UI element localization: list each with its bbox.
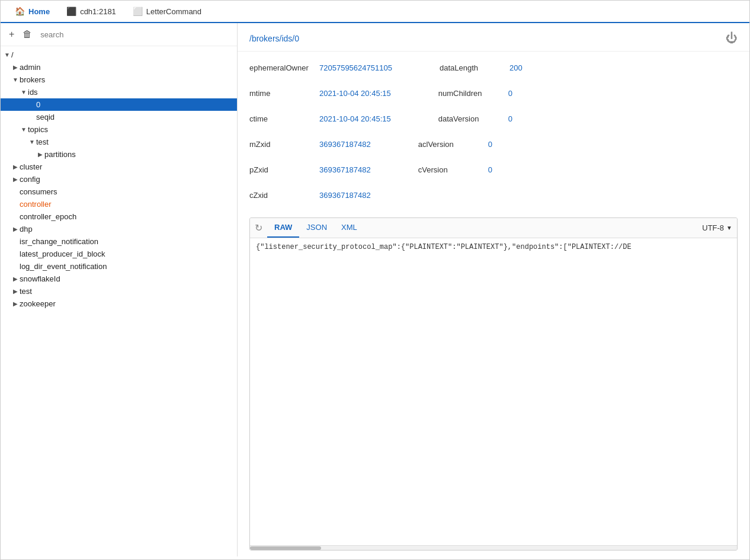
field-czxid: cZxid 369367187482 <box>249 186 371 204</box>
node-label-dhp: dhp <box>20 225 33 233</box>
value-mtime: 2021-10-04 20:45:15 <box>319 89 391 98</box>
field-pzxid: pZxid 369367187482 <box>249 161 371 179</box>
data-tab-xml[interactable]: XML <box>334 218 364 238</box>
data-panel: ↻ RAW JSON XML UTF-8 ▼ {"listener_securi… <box>249 217 738 551</box>
label-cversion: cVersion <box>418 165 483 174</box>
tree-node-consumers[interactable]: consumers <box>1 185 237 198</box>
tree-node-test[interactable]: ▼ test <box>1 136 237 148</box>
field-ephemeral-owner: ephemeralOwner 72057595624751105 <box>249 59 392 77</box>
server-icon: ⬛ <box>66 7 76 16</box>
search-input[interactable] <box>38 29 231 40</box>
tree-node-controller[interactable]: controller <box>1 198 237 210</box>
label-data-length: dataLength <box>440 63 505 72</box>
tree-node-zookeeper[interactable]: ▶ zookeeper <box>1 297 237 310</box>
arrow-ids: ▼ <box>20 89 28 95</box>
command-icon: ⬜ <box>133 7 143 16</box>
node-label-root: / <box>11 50 14 59</box>
tree-node-cluster[interactable]: ▶ cluster <box>1 161 237 173</box>
delete-button[interactable]: 🗑 <box>20 28 34 41</box>
encoding-label: UTF-8 <box>702 223 724 232</box>
tree-node-0[interactable]: 0 <box>1 98 237 111</box>
sidebar: + 🗑 ▼ / ▶ admin <box>1 23 238 556</box>
node-label-latest-producer: latest_producer_id_block <box>20 249 105 258</box>
value-acl-version: 0 <box>488 140 492 149</box>
field-cversion: cVersion 0 <box>418 161 492 179</box>
arrow-config: ▶ <box>11 176 20 183</box>
tree-node-topics[interactable]: ▼ topics <box>1 123 237 136</box>
tree-node-snowflake[interactable]: ▶ snowflakeId <box>1 273 237 285</box>
arrow-snowflake: ▶ <box>11 276 20 282</box>
tree-node-dhp[interactable]: ▶ dhp <box>1 223 237 235</box>
tree-node-ids[interactable]: ▼ ids <box>1 86 237 98</box>
node-label-config: config <box>20 175 40 184</box>
tab-cdh1[interactable]: ⬛ cdh1:2181 <box>58 1 124 23</box>
tree-node-test2[interactable]: ▶ test <box>1 285 237 297</box>
detail-path: /brokers/ids/0 <box>249 34 299 43</box>
arrow-partitions: ▶ <box>36 151 44 158</box>
tree-node-isr[interactable]: isr_change_notification <box>1 235 237 248</box>
node-label-test2: test <box>20 287 32 296</box>
tab-bar: 🏠 Home ⬛ cdh1:2181 ⬜ LetterCommand <box>1 1 749 23</box>
arrow-brokers: ▼ <box>11 76 20 83</box>
tree-node-latest-producer[interactable]: latest_producer_id_block <box>1 248 237 260</box>
node-label-seqid: seqid <box>36 113 55 121</box>
arrow-admin: ▶ <box>11 64 20 71</box>
sidebar-toolbar: + 🗑 <box>1 23 237 46</box>
tab-letter[interactable]: ⬜ LetterCommand <box>124 1 210 23</box>
encoding-select[interactable]: UTF-8 ▼ <box>702 223 732 232</box>
tree-node-controller-epoch[interactable]: controller_epoch <box>1 210 237 223</box>
tree-node-partitions[interactable]: ▶ partitions <box>1 148 237 161</box>
power-button[interactable]: ⏻ <box>726 31 738 45</box>
node-label-isr: isr_change_notification <box>20 237 98 246</box>
label-ephemeral-owner: ephemeralOwner <box>249 63 315 72</box>
value-czxid: 369367187482 <box>319 191 371 200</box>
tree-node-admin[interactable]: ▶ admin <box>1 61 237 73</box>
field-mzxid: mZxid 369367187482 <box>249 135 371 153</box>
node-label-controller: controller <box>20 200 51 209</box>
node-label-topics: topics <box>28 125 48 134</box>
arrow-zookeeper: ▶ <box>11 300 20 307</box>
node-label-log-dir: log_dir_event_notification <box>20 262 107 271</box>
loading-icon: ↻ <box>255 222 262 233</box>
field-num-children: numChildren 0 <box>438 84 512 103</box>
field-mtime: mtime 2021-10-04 20:45:15 <box>249 84 391 103</box>
detail-header: /brokers/ids/0 ⏻ <box>238 23 749 52</box>
tree-node-root[interactable]: ▼ / <box>1 49 237 61</box>
value-num-children: 0 <box>508 89 512 98</box>
label-ctime: ctime <box>249 114 315 123</box>
data-tab-json[interactable]: JSON <box>299 218 334 238</box>
label-data-version: dataVersion <box>438 114 504 123</box>
data-tab-raw[interactable]: RAW <box>267 218 299 238</box>
detail-fields: ephemeralOwner 72057595624751105 dataLen… <box>238 52 749 212</box>
node-label-0: 0 <box>36 100 40 109</box>
field-acl-version: aclVersion 0 <box>418 135 492 153</box>
tab-home[interactable]: 🏠 Home <box>7 1 58 23</box>
add-button[interactable]: + <box>7 28 17 41</box>
label-acl-version: aclVersion <box>418 140 483 149</box>
tab-letter-label: LetterCommand <box>146 7 201 16</box>
node-label-snowflake: snowflakeId <box>20 274 60 283</box>
node-label-consumers: consumers <box>20 187 57 196</box>
data-scrollbar[interactable] <box>250 545 737 550</box>
data-content[interactable]: {"listener_security_protocol_map":{"PLAI… <box>250 238 737 545</box>
node-label-ids: ids <box>28 88 38 97</box>
tree-node-brokers[interactable]: ▼ brokers <box>1 73 237 86</box>
arrow-cluster: ▶ <box>11 164 20 170</box>
field-data-version: dataVersion 0 <box>438 110 512 128</box>
label-num-children: numChildren <box>438 89 504 98</box>
main-layout: + 🗑 ▼ / ▶ admin <box>1 23 749 556</box>
tree-node-seqid[interactable]: seqid <box>1 111 237 123</box>
node-label-brokers: brokers <box>20 75 45 84</box>
value-pzxid: 369367187482 <box>319 165 371 174</box>
field-data-length: dataLength 200 <box>440 59 523 77</box>
arrow-dhp: ▶ <box>11 226 20 232</box>
tree-node-config[interactable]: ▶ config <box>1 173 237 185</box>
label-czxid: cZxid <box>249 191 315 200</box>
right-panel: /brokers/ids/0 ⏻ ephemeralOwner 72057595… <box>238 23 749 556</box>
tree-node-log-dir[interactable]: log_dir_event_notification <box>1 260 237 273</box>
data-scrollbar-thumb <box>250 546 321 550</box>
node-label-admin: admin <box>20 63 40 72</box>
home-icon: 🏠 <box>15 7 25 16</box>
app-container: 🏠 Home ⬛ cdh1:2181 ⬜ LetterCommand + 🗑 <box>0 0 750 560</box>
value-data-length: 200 <box>509 63 523 72</box>
